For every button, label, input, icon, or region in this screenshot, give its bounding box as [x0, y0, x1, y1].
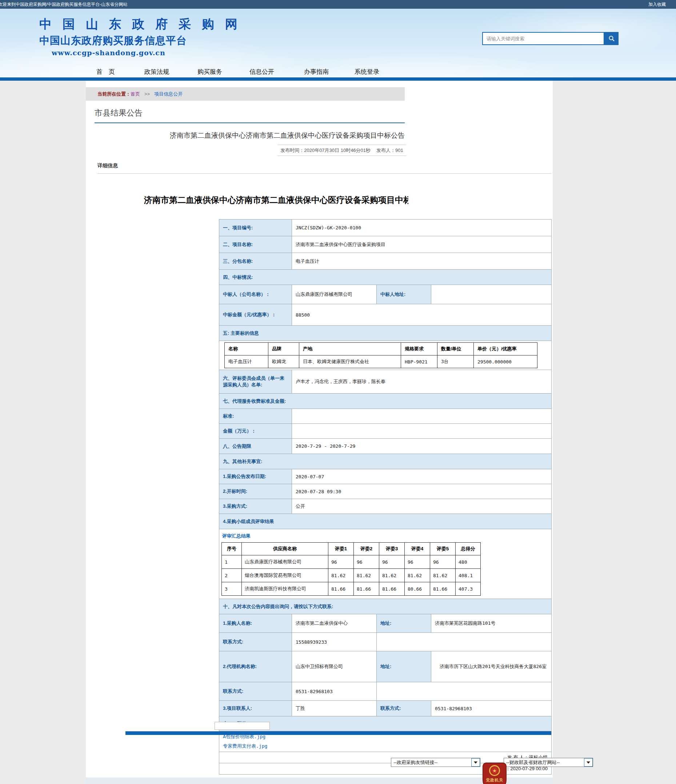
nav-item-purchase-service[interactable]: 购买服务 — [198, 68, 222, 76]
cell: 3 — [222, 582, 242, 596]
col-header: 名称 — [225, 343, 268, 355]
score-data-row: 1 山东鼎康医疗器械有限公司 96 96 96 96 96 480 — [222, 555, 481, 569]
nav-item-policies[interactable]: 政策法规 — [144, 68, 169, 76]
package-label: 三、分包名称: — [219, 253, 292, 270]
col-header: 评委2 — [354, 543, 379, 555]
cell: 81.66 — [329, 582, 354, 596]
government-badge[interactable]: ★ 党政机关 — [483, 762, 506, 784]
site-header: 中 国 山 东 政 府 采 购 网 中国山东政府购买服务信息平台 www.ccg… — [0, 9, 676, 78]
purchaser-addr-value: 济南市莱芜区花园南路101号 — [431, 614, 551, 633]
table-row: 六、评标委员会成员（单一来源采购人员）名单: 卢丰才，冯念伦，王庆西，李丽珍，陈… — [219, 370, 551, 394]
cell: 29500.000000 — [474, 355, 537, 368]
nav-item-home[interactable]: 首 页 — [97, 68, 115, 76]
cell: 山东鼎康医疗器械有限公司 — [242, 555, 329, 569]
cell: 96 — [405, 555, 430, 569]
nav-item-info-disclosure[interactable]: 信息公开 — [249, 68, 274, 76]
attachment-link[interactable]: 专家费用支付表.jpg — [223, 742, 548, 751]
review-section-header: 4.采购小组成员评审结果 — [219, 514, 551, 529]
welcome-text: 欢迎来到中国政府采购网/中国政府购买服务信息平台-山东省分网站 — [0, 0, 127, 9]
cell: 81.62 — [430, 569, 456, 582]
winner-value: 山东鼎康医疗器械有限公司 — [292, 285, 377, 304]
section-7-header: 七、代理服务收费标准及金额: — [219, 394, 551, 409]
cell: 烟台澳海国际贸易有限公司 — [242, 569, 329, 582]
col-header: 产地 — [299, 343, 401, 355]
section-5-header: 五: 主要标的信息 — [219, 326, 551, 341]
section-row: 四、中标情况: — [219, 270, 551, 285]
section-4-header: 四、中标情况: — [219, 270, 551, 285]
col-header: 单价（元）/优惠率 — [474, 343, 537, 355]
contact-phone-value: 0531-82968103 — [431, 701, 551, 716]
breadcrumb-current-link[interactable]: 项目信息公开 — [154, 91, 182, 97]
table-row: 一、项目编号: JNCZ(SDZW)-GK-2020-0100 — [219, 219, 551, 236]
col-header: 评委4 — [405, 543, 430, 555]
col-header: 评委5 — [430, 543, 456, 555]
project-no-label: 一、项目编号: — [219, 219, 292, 236]
cell: 81.62 — [405, 569, 430, 582]
product-table-row: 名称 品牌 产地 规格要求 数量/单位 单价（元）/优惠率 电子血压计 欧姆龙 … — [219, 341, 551, 370]
period-label: 八、公告期限 — [219, 439, 292, 454]
table-row: 三、分包名称: 电子血压计 — [219, 253, 551, 270]
chevron-down-icon — [584, 758, 593, 767]
friend-links-select[interactable]: --政府采购友情链接-- — [391, 758, 480, 767]
cell: 2 — [222, 569, 242, 582]
table-row: 1.采购公告发布日期: 2020-07-07 — [219, 469, 551, 484]
table-row: 金额（万元）： — [219, 424, 551, 439]
section-title-underline — [95, 123, 405, 123]
amount-label: 中标金额（元/优惠率）： — [219, 304, 292, 326]
score-header-row: 序号 供应商名称 评委1 评委2 评委3 评委4 评委5 总得分 — [222, 543, 481, 555]
agency-addr-value: 济南市历下区山大路201号天业科技商务大厦826室 — [431, 651, 551, 682]
cell: 81.62 — [354, 569, 379, 582]
article-title: 济南市第二血液供保中心济南市第二血液供保中心医疗设备采购项目中标公告 — [153, 131, 422, 140]
cell: 81.66 — [430, 582, 456, 596]
chevron-down-icon — [471, 758, 480, 767]
announce-date-value: 2020-07-07 — [292, 469, 551, 484]
section-row: 九、其他补充事宜: — [219, 454, 551, 469]
method-label: 3.采购方式: — [219, 499, 292, 514]
committee-value: 卢丰才，冯念伦，王庆西，李丽珍，陈长奉 — [292, 370, 551, 394]
finance-sites-select[interactable]: --财政部及省财政厅网站-- — [504, 758, 593, 767]
cell: 81.62 — [329, 569, 354, 582]
cell: 3台 — [438, 355, 474, 368]
col-header: 规格要求 — [401, 343, 438, 355]
logo-url: www.ccgp-shandong.gov.cn — [51, 49, 241, 57]
select-value: --财政部及省财政厅网站-- — [504, 758, 584, 767]
period-value: 2020-7-29 - 2020-7-29 — [292, 439, 551, 454]
standard-label: 标准: — [219, 409, 292, 424]
logo-subtitle: 中国山东政府购买服务信息平台 — [39, 34, 241, 48]
product-data-row: 电子血压计 欧姆龙 日本、欧姆龙健康医疗株式会社 HBP-9021 3台 295… — [225, 355, 537, 368]
section-10-header: 十、凡对本次公告内容提出询问，请按以下方式联系: — [219, 599, 551, 614]
breadcrumb-home-link[interactable]: 首页 — [131, 91, 140, 97]
nav-item-login[interactable]: 系统登录 — [355, 68, 379, 76]
table-row: 八、公告期限 2020-7-29 - 2020-7-29 — [219, 439, 551, 454]
score-table: 序号 供应商名称 评委1 评委2 评委3 评委4 评委5 总得分 1 山东鼎康医… — [221, 542, 481, 596]
publisher-line: 发 布 人：评标小组 — [219, 752, 551, 763]
breadcrumb: 当前所在位置：首页>>项目信息公开 — [86, 87, 405, 101]
search-button[interactable] — [604, 32, 618, 45]
page-root: 欢迎来到中国政府采购网/中国政府购买服务信息平台-山东省分网站 加入收藏 中 国… — [0, 0, 676, 784]
product-table: 名称 品牌 产地 规格要求 数量/单位 单价（元）/优惠率 电子血压计 欧姆龙 … — [224, 342, 537, 368]
agency-contact-label: 联系方式: — [219, 682, 292, 701]
section-row: 七、代理服务收费标准及金额: — [219, 394, 551, 409]
footer-divider-bar — [125, 731, 551, 735]
amount-value: 88500 — [292, 304, 551, 326]
committee-label: 六、评标委员会成员（单一来源采购人员）名单: — [219, 370, 292, 394]
table-row: 二、项目名称: 济南市第二血液供保中心医疗设备采购项目 — [219, 236, 551, 253]
add-favorite-link[interactable]: 加入收藏 — [648, 0, 666, 9]
breadcrumb-separator: >> — [144, 91, 150, 97]
search-input[interactable] — [482, 32, 604, 45]
score-table-row: 评审汇总结果 序号 供应商名称 评委1 评委2 评委3 评委4 评委5 总得分 — [219, 529, 551, 599]
fee-value — [292, 424, 551, 439]
breadcrumb-prefix: 当前所在位置： — [97, 91, 131, 97]
nav-item-guide[interactable]: 办事指南 — [304, 68, 329, 76]
winner-addr-value — [431, 285, 551, 304]
score-data-row: 2 烟台澳海国际贸易有限公司 81.62 81.62 81.62 81.62 8… — [222, 569, 481, 582]
cell: 408.1 — [456, 569, 481, 582]
contact-person-value: 丁胜 — [292, 701, 377, 716]
col-header: 数量/单位 — [438, 343, 474, 355]
cell: 81.66 — [379, 582, 405, 596]
cell: 96 — [379, 555, 405, 569]
score-caption: 评审汇总结果 — [222, 533, 551, 540]
search-icon — [608, 35, 615, 42]
publish-time: 发布时间：2020年07月30日 10时46分01秒 — [280, 148, 371, 153]
section-9-header: 九、其他补充事宜: — [219, 454, 551, 469]
